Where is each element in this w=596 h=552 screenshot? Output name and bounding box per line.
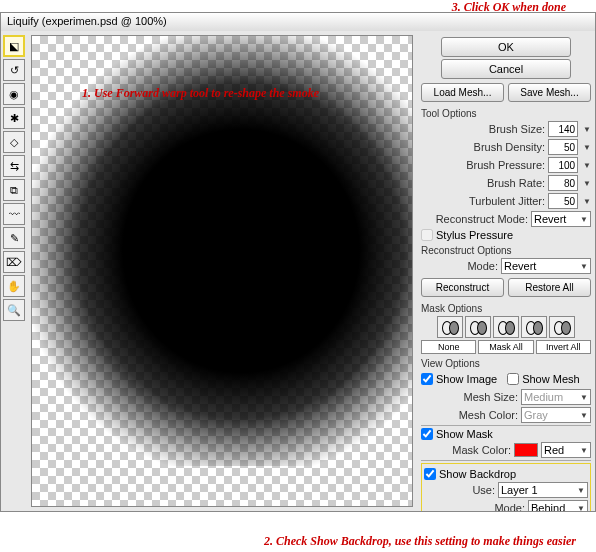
annotation-2: 2. Check Show Backdrop, use this setting… xyxy=(264,534,576,550)
mask-color-label: Mask Color: xyxy=(452,444,511,456)
mask-icon-2[interactable] xyxy=(465,316,491,338)
recon-mode-select[interactable]: Revert▼ xyxy=(501,258,591,274)
backdrop-mode-select[interactable]: Behind▼ xyxy=(528,500,588,511)
brush-pressure-label: Brush Pressure: xyxy=(466,159,545,171)
brush-pressure-input[interactable] xyxy=(548,157,578,173)
options-panel: OK Cancel Load Mesh... Save Mesh... Tool… xyxy=(417,31,595,511)
reconstruct-options-heading: Reconstruct Options xyxy=(421,245,591,256)
tool-options-heading: Tool Options xyxy=(421,108,591,119)
chevron-down-icon[interactable]: ▼ xyxy=(583,143,591,152)
mesh-size-select: Medium▼ xyxy=(521,389,591,405)
dialog-title: Liquify (experimen.psd @ 100%) xyxy=(1,13,595,31)
chevron-down-icon[interactable]: ▼ xyxy=(583,125,591,134)
chevron-down-icon: ▼ xyxy=(580,446,588,455)
mask-icon-1[interactable] xyxy=(437,316,463,338)
mask-icon-3[interactable] xyxy=(493,316,519,338)
chevron-down-icon: ▼ xyxy=(577,486,585,495)
brush-rate-label: Brush Rate: xyxy=(487,177,545,189)
freeze-mask-tool[interactable]: ✎ xyxy=(3,227,25,249)
mirror-tool[interactable]: ⧉ xyxy=(3,179,25,201)
chevron-down-icon[interactable]: ▼ xyxy=(583,197,591,206)
brush-density-label: Brush Density: xyxy=(474,141,546,153)
turbulent-jitter-label: Turbulent Jitter: xyxy=(469,195,545,207)
show-mesh-checkbox[interactable] xyxy=(507,373,519,385)
chevron-down-icon: ▼ xyxy=(580,393,588,402)
show-image-label: Show Image xyxy=(436,373,497,385)
stylus-pressure-checkbox xyxy=(421,229,433,241)
mesh-color-select: Gray▼ xyxy=(521,407,591,423)
zoom-tool[interactable]: 🔍 xyxy=(3,299,25,321)
mask-icon-5[interactable] xyxy=(549,316,575,338)
turbulent-jitter-input[interactable] xyxy=(548,193,578,209)
use-select[interactable]: Layer 1▼ xyxy=(498,482,588,498)
chevron-down-icon[interactable]: ▼ xyxy=(583,179,591,188)
toolbar: ⬕ ↺ ◉ ✱ ◇ ⇆ ⧉ 〰 ✎ ⌦ ✋ 🔍 xyxy=(1,31,27,511)
cancel-button[interactable]: Cancel xyxy=(441,59,571,79)
turbulence-tool[interactable]: 〰 xyxy=(3,203,25,225)
chevron-down-icon[interactable]: ▼ xyxy=(583,161,591,170)
twirl-tool[interactable]: ◉ xyxy=(3,83,25,105)
load-mesh-button[interactable]: Load Mesh... xyxy=(421,83,504,102)
mask-icon-4[interactable] xyxy=(521,316,547,338)
use-label: Use: xyxy=(472,484,495,496)
canvas[interactable]: 1. Use Forward warp tool to re-shape the… xyxy=(31,35,413,507)
view-options-heading: View Options xyxy=(421,358,591,369)
mask-none-button[interactable]: None xyxy=(421,340,476,354)
reconstruct-mode-label: Reconstruct Mode: xyxy=(436,213,528,225)
backdrop-mode-label: Mode: xyxy=(494,502,525,511)
mask-options-heading: Mask Options xyxy=(421,303,591,314)
save-mesh-button[interactable]: Save Mesh... xyxy=(508,83,591,102)
mask-color-swatch xyxy=(514,443,538,457)
chevron-down-icon: ▼ xyxy=(580,411,588,420)
backdrop-highlight: Show Backdrop Use:Layer 1▼ Mode:Behind▼ … xyxy=(421,463,591,511)
recon-mode-label: Mode: xyxy=(467,260,498,272)
push-left-tool[interactable]: ⇆ xyxy=(3,155,25,177)
forward-warp-tool[interactable]: ⬕ xyxy=(3,35,25,57)
ok-button[interactable]: OK xyxy=(441,37,571,57)
invert-all-button[interactable]: Invert All xyxy=(536,340,591,354)
mask-all-button[interactable]: Mask All xyxy=(478,340,533,354)
mesh-size-label: Mesh Size: xyxy=(464,391,518,403)
chevron-down-icon: ▼ xyxy=(580,215,588,224)
show-mask-checkbox[interactable] xyxy=(421,428,433,440)
chevron-down-icon: ▼ xyxy=(580,262,588,271)
liquify-dialog: Liquify (experimen.psd @ 100%) ⬕ ↺ ◉ ✱ ◇… xyxy=(0,12,596,512)
brush-size-label: Brush Size: xyxy=(489,123,545,135)
brush-size-input[interactable] xyxy=(548,121,578,137)
mesh-color-label: Mesh Color: xyxy=(459,409,518,421)
show-mask-label: Show Mask xyxy=(436,428,493,440)
reconstruct-button[interactable]: Reconstruct xyxy=(421,278,504,297)
brush-density-input[interactable] xyxy=(548,139,578,155)
show-backdrop-checkbox[interactable] xyxy=(424,468,436,480)
reconstruct-mode-select[interactable]: Revert▼ xyxy=(531,211,591,227)
stylus-pressure-label: Stylus Pressure xyxy=(436,229,513,241)
hand-tool[interactable]: ✋ xyxy=(3,275,25,297)
restore-all-button[interactable]: Restore All xyxy=(508,278,591,297)
pucker-tool[interactable]: ✱ xyxy=(3,107,25,129)
show-image-checkbox[interactable] xyxy=(421,373,433,385)
show-mesh-label: Show Mesh xyxy=(522,373,579,385)
chevron-down-icon: ▼ xyxy=(577,504,585,512)
mask-color-select[interactable]: Red▼ xyxy=(541,442,591,458)
bloat-tool[interactable]: ◇ xyxy=(3,131,25,153)
annotation-1: 1. Use Forward warp tool to re-shape the… xyxy=(82,86,319,102)
thaw-mask-tool[interactable]: ⌦ xyxy=(3,251,25,273)
brush-rate-input[interactable] xyxy=(548,175,578,191)
reconstruct-tool[interactable]: ↺ xyxy=(3,59,25,81)
show-backdrop-label: Show Backdrop xyxy=(439,468,516,480)
